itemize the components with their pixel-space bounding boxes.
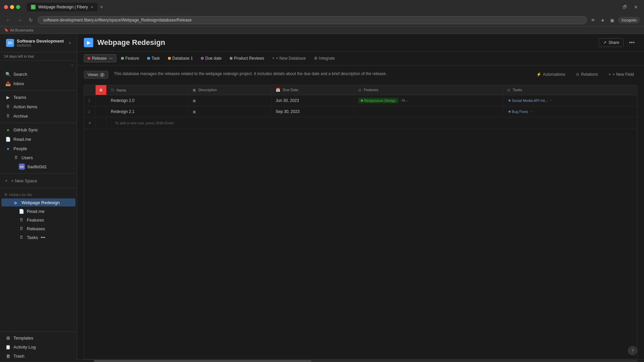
sidebar-item-wp-features[interactable]: ⠿ Features	[1, 216, 75, 224]
back-button[interactable]: ←	[4, 16, 13, 24]
row-1-tasks[interactable]: Social Media API Int... ›	[503, 95, 637, 106]
sidebar-item-templates[interactable]: ⊞ Templates	[1, 334, 75, 342]
workspace-selector[interactable]: SD Software Development 6ad8d3d1 ▾	[4, 37, 73, 49]
add-row-icon[interactable]: +	[88, 120, 91, 126]
db-tab-product-reviews[interactable]: Product Reviews	[226, 55, 268, 62]
minimize-window-button[interactable]	[10, 5, 14, 9]
close-button[interactable]: ✕	[632, 3, 640, 11]
active-tab[interactable]: F Webpage Redesign | Fibery ✕	[27, 3, 97, 11]
row-1-features[interactable]: Responsive Design › In...	[354, 95, 503, 106]
address-bar[interactable]: software-development.fibery.io/fibery/sp…	[38, 16, 587, 24]
col-due-date-header[interactable]: 📅 Due Date	[271, 85, 354, 95]
col-name-header[interactable]: Tt Name	[107, 85, 189, 95]
sidebar-item-webpage-redesign[interactable]: ▶ Webpage Redesign	[1, 198, 75, 206]
close-window-button[interactable]	[4, 5, 8, 9]
db-tab-feature[interactable]: Feature	[118, 55, 143, 62]
sidebar-collapse-button[interactable]: ‹	[70, 61, 74, 69]
sidebar-item-people[interactable]: ● People	[1, 144, 75, 153]
maximize-window-button[interactable]	[16, 5, 20, 9]
sidebar-item-wp-readme[interactable]: 📄 Read.me	[1, 207, 75, 215]
automations-button[interactable]: ⚡ Automations	[533, 71, 569, 78]
col-description-header[interactable]: ▣ Description	[189, 85, 272, 95]
row-2-num: 2	[84, 106, 96, 117]
relations-button[interactable]: ⊙ Relations	[573, 71, 601, 78]
new-space-label: + New Space	[11, 178, 37, 183]
sidebar-item-teams[interactable]: ▶ Teams	[1, 93, 75, 102]
sidebar-item-activity-log[interactable]: 📋 Activity Log	[1, 343, 75, 351]
share-icon: ↗	[603, 40, 606, 45]
integrate-label: Integrate	[319, 56, 335, 61]
integrate-button[interactable]: ⚙ Integrate	[311, 55, 338, 62]
tab-favicon: F	[31, 5, 36, 9]
layout-icon[interactable]: ▣	[609, 16, 615, 24]
sidebar-item-github-sync[interactable]: ● GitHub Sync	[1, 125, 75, 134]
hidden-section-header[interactable]: 👁 Hidden for Me	[0, 190, 77, 198]
row-2-name[interactable]: Redesign 2.1	[107, 106, 189, 117]
action-items-label: Action Items	[13, 104, 38, 109]
row-2-tasks[interactable]: Bug Fixes ›	[503, 106, 637, 117]
db-tab-task[interactable]: Task	[144, 55, 163, 62]
views-badge[interactable]: Views 2	[84, 71, 108, 79]
sidebar-item-archive[interactable]: ⠿ Archive	[1, 112, 75, 120]
incognito-button[interactable]: Incognito	[618, 17, 640, 23]
new-field-button[interactable]: + + New Field	[605, 71, 637, 78]
sidebar-item-search[interactable]: 🔍 Search	[1, 70, 75, 78]
help-button[interactable]: ?	[628, 346, 637, 355]
row-1-num: 1	[84, 95, 96, 106]
data-table: R Tt Name ▣ Description 📅 Due Date	[84, 85, 637, 359]
task-expand-1[interactable]: ›	[550, 99, 551, 102]
row-1-description[interactable]: ▣	[189, 95, 272, 106]
feature-expand-1[interactable]: ›	[400, 99, 401, 102]
reload-button[interactable]: ↻	[27, 16, 35, 24]
forward-button[interactable]: →	[15, 16, 24, 24]
activity-log-label: Activity Log	[13, 345, 36, 350]
sidebar-item-readme[interactable]: 📄 Read.me	[1, 135, 75, 143]
new-space-button[interactable]: ＋ + New Space	[0, 176, 77, 186]
window-controls[interactable]	[4, 5, 20, 9]
col-features-header[interactable]: ◎ Features	[354, 85, 503, 95]
bookmarks-bar: 🔖 All Bookmarks	[0, 26, 644, 34]
workspace-avatar: SD	[6, 39, 14, 47]
share-button[interactable]: ↗ Share	[599, 38, 624, 47]
sidebar-item-user-6ad8d3d1[interactable]: AD 6ad8d3d1	[1, 162, 75, 171]
row-2-features[interactable]	[354, 106, 503, 117]
sidebar-item-action-items[interactable]: ⠿ Action Items	[1, 102, 75, 111]
bookmark-icon[interactable]: ★	[599, 16, 606, 24]
task-expand-2[interactable]: ›	[531, 110, 532, 113]
top-bar: ▶ Webpage Redesign ↗ Share •••	[77, 34, 644, 52]
new-database-button[interactable]: + + New Database	[269, 55, 309, 62]
templates-icon: ⊞	[5, 335, 11, 341]
archive-icon: ⠿	[5, 113, 11, 119]
sidebar-divider-2	[0, 123, 77, 123]
restore-button[interactable]: 🗗	[621, 3, 629, 11]
tab-close-button[interactable]: ✕	[91, 5, 93, 9]
sidebar-item-wp-releases[interactable]: ⠿ Releases	[1, 225, 75, 233]
row-1-due-date[interactable]: Jun 30, 2023	[271, 95, 354, 106]
sidebar-item-users[interactable]: ⠿ Users	[1, 154, 75, 162]
scroll-thumb[interactable]	[94, 360, 311, 362]
header-row: R Tt Name ▣ Description 📅 Due Date	[84, 85, 637, 95]
sidebar-item-wp-tasks[interactable]: ⠿ Tasks •••	[1, 233, 75, 241]
db-tab-due-date[interactable]: Due date	[198, 55, 225, 62]
browser-chrome: F Webpage Redesign | Fibery ✕ + 🗗 ✕ ← → …	[0, 0, 644, 34]
hidden-label: Hidden for Me	[9, 193, 32, 197]
bookmarks-label: All Bookmarks	[10, 28, 34, 32]
more-options-button[interactable]: •••	[626, 38, 637, 47]
horizontal-scrollbar[interactable]	[77, 359, 644, 362]
db-tab-release[interactable]: Release •••	[84, 54, 116, 62]
tab-bar: F Webpage Redesign | Fibery ✕ +	[23, 3, 109, 11]
row-1-name[interactable]: Redesign 2.0	[107, 95, 189, 106]
tasks-more-button[interactable]: •••	[41, 235, 45, 240]
sidebar-item-inbox[interactable]: 📥 Inbox	[1, 79, 75, 88]
row-2-due-date[interactable]: Sep 30, 2023	[271, 106, 354, 117]
new-tab-button[interactable]: +	[99, 3, 104, 11]
table-header: R Tt Name ▣ Description 📅 Due Date	[84, 85, 637, 95]
row-2-description[interactable]: ▣	[189, 106, 272, 117]
col-tasks-header[interactable]: ◎ Tasks	[503, 85, 637, 95]
scroll-track[interactable]	[94, 360, 637, 362]
eye-slash-icon[interactable]: 👁	[590, 16, 597, 24]
add-row-button-cell[interactable]: +	[84, 117, 96, 129]
sidebar-item-trash[interactable]: 🗑 Trash	[1, 352, 75, 360]
release-tab-more[interactable]: •••	[109, 57, 113, 60]
db-tab-database1[interactable]: Database 1	[165, 55, 196, 62]
